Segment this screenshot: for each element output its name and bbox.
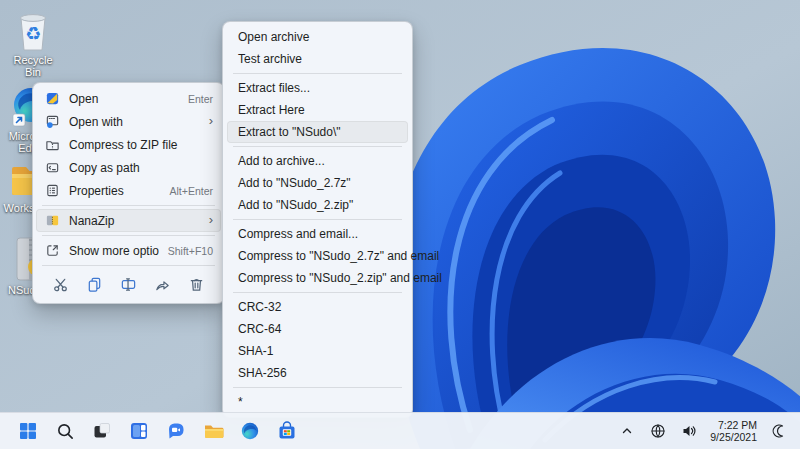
task-view-icon xyxy=(92,421,112,441)
focus-assist-moon-icon[interactable] xyxy=(766,418,790,444)
copy-icon[interactable] xyxy=(80,271,108,297)
submenu-item-extract-to[interactable]: Extract to "NSudo\" xyxy=(227,121,408,143)
system-tray: 7:22 PM 9/25/2021 xyxy=(615,418,800,444)
chevron-right-icon: › xyxy=(209,114,213,127)
menu-separator xyxy=(233,146,402,147)
menu-item-shortcut: Alt+Enter xyxy=(170,185,213,197)
cut-icon[interactable] xyxy=(46,271,74,297)
submenu-item[interactable]: Open archive xyxy=(227,26,408,48)
menu-separator xyxy=(233,219,402,220)
submenu-item[interactable]: CRC-32 xyxy=(227,296,408,318)
submenu-item[interactable]: Extract Here xyxy=(227,99,408,121)
rename-icon[interactable] xyxy=(114,271,142,297)
submenu-item[interactable]: Add to archive... xyxy=(227,150,408,172)
store-button[interactable] xyxy=(273,417,301,445)
menu-item-label: Show more options xyxy=(69,244,159,258)
taskbar-clock[interactable]: 7:22 PM 9/25/2021 xyxy=(708,419,759,444)
menu-separator xyxy=(42,235,215,236)
submenu-item[interactable]: Extract files... xyxy=(227,77,408,99)
menu-item-open-with[interactable]: Open with › xyxy=(36,110,221,133)
submenu-item-label: Extract files... xyxy=(238,81,310,95)
context-menu: Open Enter Open with › Compress to ZIP f… xyxy=(32,82,225,304)
menu-item-label: Open with xyxy=(69,115,200,129)
submenu-item-label: CRC-64 xyxy=(238,322,281,336)
submenu-item-label: Compress to "NSudo_2.zip" and email xyxy=(238,271,442,285)
search-icon xyxy=(56,422,75,441)
submenu-item[interactable]: Compress to "NSudo_2.zip" and email xyxy=(227,267,408,289)
network-globe-icon[interactable] xyxy=(646,418,670,444)
submenu-item-label: * xyxy=(238,395,243,409)
menu-item-open[interactable]: Open Enter xyxy=(36,87,221,110)
file-explorer-button[interactable] xyxy=(199,417,227,445)
submenu-item[interactable]: Add to "NSudo_2.7z" xyxy=(227,172,408,194)
submenu-item-label: Compress and email... xyxy=(238,227,358,241)
zip-folder-icon xyxy=(44,137,60,153)
tray-chevron-up-icon[interactable] xyxy=(615,418,639,444)
chat-icon xyxy=(166,421,186,441)
submenu-item-label: Extract to "NSudo\" xyxy=(238,125,341,139)
volume-icon[interactable] xyxy=(677,418,701,444)
nanazip-icon xyxy=(44,213,60,229)
submenu-item[interactable]: Test archive xyxy=(227,48,408,70)
submenu-item-label: Add to "NSudo_2.7z" xyxy=(238,176,351,190)
menu-item-show-more-options[interactable]: Show more options Shift+F10 xyxy=(36,239,221,262)
chevron-right-icon: › xyxy=(209,213,213,226)
submenu-item[interactable]: Compress and email... xyxy=(227,223,408,245)
menu-item-label: Open xyxy=(69,92,179,106)
task-view-button[interactable] xyxy=(88,417,116,445)
edge-button[interactable] xyxy=(236,417,264,445)
delete-icon[interactable] xyxy=(183,271,211,297)
open-with-icon xyxy=(44,114,60,130)
copy-path-icon xyxy=(44,160,60,176)
submenu-item-label: Extract Here xyxy=(238,103,305,117)
submenu-item[interactable]: Add to "NSudo_2.zip" xyxy=(227,194,408,216)
clock-time: 7:22 PM xyxy=(710,419,757,432)
menu-separator xyxy=(233,292,402,293)
menu-item-nanazip[interactable]: NanaZip › xyxy=(36,209,221,232)
submenu-item[interactable]: SHA-256 xyxy=(227,362,408,384)
submenu-item[interactable]: * xyxy=(227,391,408,413)
submenu-item[interactable]: Compress to "NSudo_2.7z" and email xyxy=(227,245,408,267)
edge-icon xyxy=(240,421,260,441)
menu-item-copy-as-path[interactable]: Copy as path xyxy=(36,156,221,179)
menu-separator xyxy=(233,387,402,388)
submenu-item-label: Open archive xyxy=(238,30,309,44)
share-icon[interactable] xyxy=(149,271,177,297)
chat-button[interactable] xyxy=(162,417,190,445)
submenu-item-label: Add to archive... xyxy=(238,154,325,168)
submenu-item-label: SHA-256 xyxy=(238,366,287,380)
clock-date: 9/25/2021 xyxy=(710,431,757,444)
quick-action-row xyxy=(36,269,221,299)
menu-item-label: Properties xyxy=(69,184,161,198)
menu-item-compress-zip[interactable]: Compress to ZIP file xyxy=(36,133,221,156)
submenu-item-label: CRC-32 xyxy=(238,300,281,314)
submenu-item-label: Test archive xyxy=(238,52,302,66)
submenu-item[interactable]: SHA-1 xyxy=(227,340,408,362)
menu-separator xyxy=(42,265,215,266)
menu-item-label: Compress to ZIP file xyxy=(69,138,213,152)
submenu-item-label: Add to "NSudo_2.zip" xyxy=(238,198,353,212)
widgets-button[interactable] xyxy=(125,417,153,445)
nanazip-submenu: Open archive Test archive Extract files.… xyxy=(222,21,413,418)
desktop: ♻ Recycle Bin Microsoft Edge xyxy=(0,0,800,449)
menu-item-label: Copy as path xyxy=(69,161,213,175)
submenu-item-label: Compress to "NSudo_2.7z" and email xyxy=(238,249,439,263)
start-button[interactable] xyxy=(14,417,42,445)
show-more-icon xyxy=(44,243,60,259)
search-button[interactable] xyxy=(51,417,79,445)
file-explorer-icon xyxy=(203,421,224,441)
menu-item-properties[interactable]: Properties Alt+Enter xyxy=(36,179,221,202)
desktop-icon-recycle-bin[interactable]: ♻ Recycle Bin xyxy=(4,8,62,78)
menu-item-shortcut: Enter xyxy=(188,93,213,105)
submenu-item-label: SHA-1 xyxy=(238,344,273,358)
recycle-bin-icon: ♻ xyxy=(12,8,54,52)
widgets-icon xyxy=(129,421,149,441)
microsoft-store-icon xyxy=(277,421,297,441)
open-app-icon xyxy=(44,91,60,107)
submenu-item[interactable]: CRC-64 xyxy=(227,318,408,340)
menu-separator xyxy=(42,205,215,206)
svg-text:♻: ♻ xyxy=(25,23,41,44)
properties-icon xyxy=(44,183,60,199)
windows-logo-icon xyxy=(18,421,38,441)
taskbar-app-icons xyxy=(0,417,301,445)
